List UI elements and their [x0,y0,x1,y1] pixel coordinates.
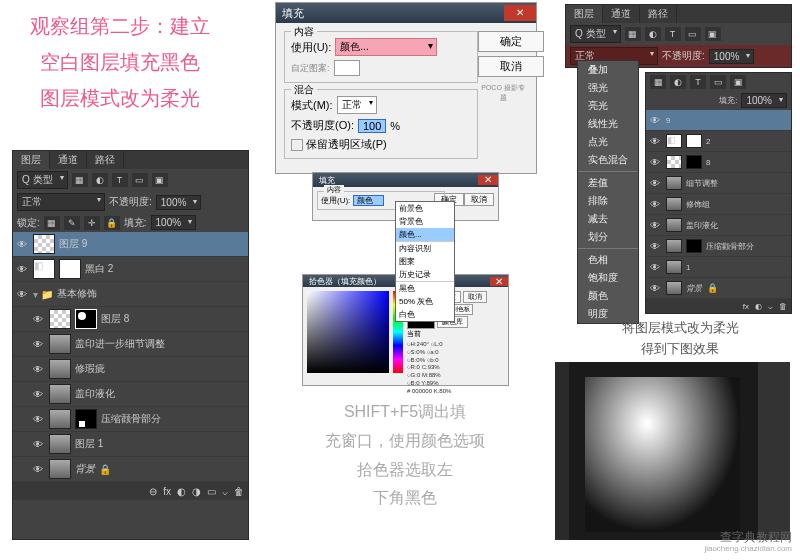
fx-icon[interactable]: fx [163,486,171,497]
use-dropdown[interactable]: 颜色... [335,38,437,56]
visibility-icon[interactable]: 👁 [31,414,45,425]
visibility-icon[interactable]: 👁 [31,339,45,350]
layer-row[interactable]: 👁背景🔒 [646,278,791,299]
menu-item[interactable]: 白色 [396,308,454,321]
close-icon[interactable]: ✕ [504,5,536,21]
visibility-icon[interactable]: 👁 [31,314,45,325]
filter-type-icon[interactable]: T [112,173,128,187]
filter-icon[interactable]: ▭ [685,27,701,41]
fx-icon[interactable]: fx [743,302,749,311]
cancel-button[interactable]: 取消 [463,291,487,303]
menu-item[interactable]: 背景色 [396,215,454,228]
layer-row[interactable]: 👁压缩颧骨部分 [13,407,248,432]
visibility-icon[interactable]: 👁 [15,264,29,275]
visibility-icon[interactable]: 👁 [648,220,662,231]
visibility-icon[interactable]: 👁 [31,389,45,400]
menu-item[interactable]: 排除 [578,192,638,210]
visibility-icon[interactable]: 👁 [648,262,662,273]
close-icon[interactable]: ✕ [490,277,508,286]
layer-row[interactable]: 👁8 [646,152,791,173]
tab-channels[interactable]: 通道 [50,151,87,169]
filter-icon[interactable]: T [690,75,706,89]
filter-icon[interactable]: T [665,27,681,41]
mask-icon[interactable]: ◐ [177,486,186,497]
layer-row[interactable]: 👁◧2 [646,131,791,152]
layer-row[interactable]: 👁修饰组 [646,194,791,215]
adj-icon[interactable]: ◑ [192,486,201,497]
layer-row[interactable]: 👁盖印液化 [13,382,248,407]
lock-all-icon[interactable]: 🔒 [104,216,120,230]
trash-icon[interactable]: 🗑 [234,486,244,497]
link-icon[interactable]: ⊖ [149,486,157,497]
filter-shape-icon[interactable]: ▭ [132,173,148,187]
mask-icon[interactable]: ◐ [755,302,762,311]
menu-item[interactable]: 点光 [578,133,638,151]
visibility-icon[interactable]: 👁 [648,199,662,210]
visibility-icon[interactable]: 👁 [648,241,662,252]
filter-icon[interactable]: ◐ [645,27,661,41]
menu-item[interactable]: 饱和度 [578,269,638,287]
layer-row[interactable]: 👁图层 9 [13,232,248,257]
lock-move-icon[interactable]: ✛ [84,216,100,230]
menu-item[interactable]: 减去 [578,210,638,228]
tab-channels[interactable]: 通道 [603,5,640,23]
filter-smart-icon[interactable]: ▣ [152,173,168,187]
lock-trans-icon[interactable]: ▦ [44,216,60,230]
mode-dropdown[interactable]: 正常 [337,96,377,114]
menu-item[interactable]: 实色混合 [578,151,638,169]
layer-row[interactable]: 👁9 [646,110,791,131]
layer-row[interactable]: 👁细节调整 [646,173,791,194]
preserve-checkbox[interactable] [291,139,303,151]
pattern-swatch[interactable] [334,60,360,76]
group-icon[interactable]: ▭ [207,486,216,497]
layer-row[interactable]: 👁图层 8 [13,307,248,332]
menu-item[interactable]: 叠加 [578,61,638,79]
ok-button[interactable]: 确定 [478,31,544,52]
menu-item[interactable]: 强光 [578,79,638,97]
visibility-icon[interactable]: 👁 [648,115,662,126]
menu-item[interactable]: 图案 [396,255,454,268]
kind-filter[interactable]: Q 类型 [570,25,621,43]
layer-row[interactable]: 👁1 [646,257,791,278]
cancel-button[interactable]: 取消 [478,56,544,77]
filter-icon[interactable]: ▭ [710,75,726,89]
opacity-value[interactable]: 100% [709,49,755,64]
menu-item[interactable]: 色相 [578,251,638,269]
visibility-icon[interactable]: 👁 [15,239,29,250]
tab-paths[interactable]: 路径 [640,5,677,23]
menu-item[interactable]: 50% 灰色 [396,295,454,308]
layer-row[interactable]: 👁压缩颧骨部分 [646,236,791,257]
layer-row[interactable]: 👁▾ 📁基本修饰 [13,282,248,307]
visibility-icon[interactable]: 👁 [648,178,662,189]
menu-item[interactable]: 内容识别 [396,242,454,255]
menu-item[interactable]: 差值 [578,174,638,192]
layer-row[interactable]: 👁修瑕疵 [13,357,248,382]
color-field[interactable] [307,291,389,373]
visibility-icon[interactable]: 👁 [648,136,662,147]
layer-row[interactable]: 👁盖印进一步细节调整 [13,332,248,357]
menu-item[interactable]: 线性光 [578,115,638,133]
filter-icon[interactable]: ▦ [650,75,666,89]
cancel-button[interactable]: 取消 [464,193,494,206]
layer-row[interactable]: 👁图层 1 [13,432,248,457]
fill-value[interactable]: 100% [741,93,787,108]
filter-icon[interactable]: ▦ [625,27,641,41]
visibility-icon[interactable]: 👁 [31,364,45,375]
menu-item[interactable]: 前景色 [396,202,454,215]
filter-pixel-icon[interactable]: ▦ [72,173,88,187]
menu-item[interactable]: 划分 [578,228,638,246]
menu-item[interactable]: 颜色... [396,228,454,241]
layer-row[interactable]: 👁盖印液化 [646,215,791,236]
filter-icon[interactable]: ◐ [670,75,686,89]
blend-mode-dropdown[interactable]: 正常 [17,193,105,211]
layer-row[interactable]: 👁◧黑白 2 [13,257,248,282]
filter-adj-icon[interactable]: ◐ [92,173,108,187]
visibility-icon[interactable]: 👁 [648,157,662,168]
layer-row[interactable]: 👁背景🔒 [13,457,248,482]
tab-layers[interactable]: 图层 [566,5,603,23]
visibility-icon[interactable]: 👁 [31,439,45,450]
menu-item[interactable]: 亮光 [578,97,638,115]
tab-paths[interactable]: 路径 [87,151,124,169]
use-dropdown[interactable]: 颜色 [353,195,384,206]
filter-icon[interactable]: ▣ [705,27,721,41]
